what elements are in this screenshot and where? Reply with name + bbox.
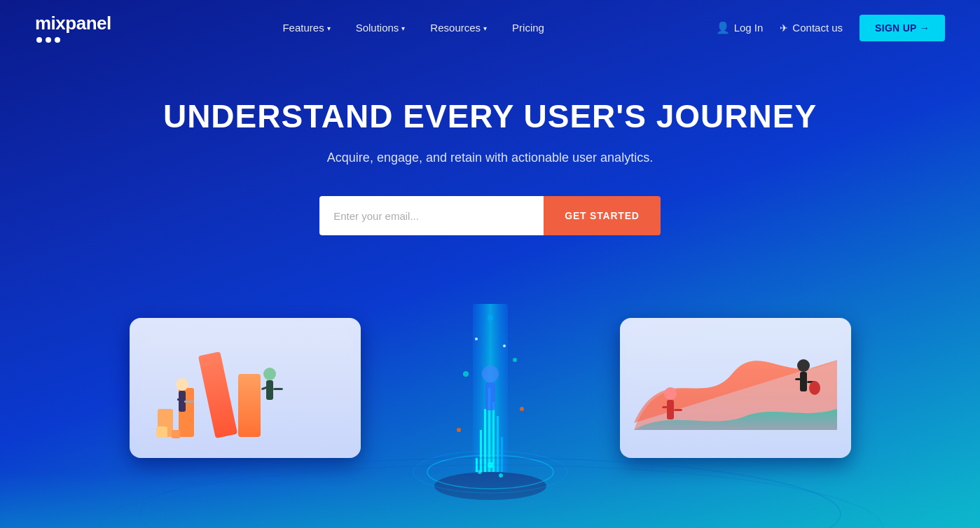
nav-features[interactable]: Features ▾: [282, 22, 330, 34]
svg-point-24: [809, 381, 820, 395]
svg-point-39: [520, 407, 524, 411]
svg-rect-18: [662, 406, 670, 408]
hero-section: UNDERSTAND EVERY USER'S JOURNEY Acquire,…: [0, 55, 980, 235]
contact-button[interactable]: ✈ Contact us: [780, 22, 843, 34]
logo-dot-2: [46, 37, 51, 43]
signup-button[interactable]: SIGN UP →: [860, 15, 945, 41]
logo-dot-3: [55, 37, 60, 43]
logo-text: mixpanel: [35, 13, 111, 34]
svg-rect-34: [497, 416, 499, 472]
hero-title: UNDERSTAND EVERY USER'S JOURNEY: [0, 97, 980, 135]
user-icon: 👤: [716, 21, 730, 34]
get-started-button[interactable]: GET STARTED: [544, 196, 661, 235]
svg-rect-31: [484, 409, 486, 472]
hero-subtitle: Acquire, engage, and retain with actiona…: [0, 151, 980, 165]
chevron-down-icon: ▾: [327, 25, 331, 32]
svg-point-20: [797, 359, 810, 372]
svg-rect-5: [156, 426, 167, 438]
svg-point-7: [176, 378, 188, 391]
logo-dot-1: [36, 37, 42, 43]
svg-rect-30: [480, 430, 482, 472]
svg-rect-9: [177, 398, 183, 401]
svg-rect-17: [667, 400, 674, 419]
svg-point-44: [503, 345, 506, 347]
svg-rect-19: [674, 409, 682, 411]
email-input[interactable]: [319, 196, 544, 235]
svg-point-11: [263, 368, 276, 380]
svg-point-40: [463, 371, 469, 377]
svg-rect-37: [485, 382, 495, 410]
chevron-down-icon: ▾: [483, 25, 487, 32]
svg-rect-12: [266, 380, 273, 400]
nav-solutions[interactable]: Solutions ▾: [356, 22, 406, 34]
bottom-fade: [0, 472, 980, 528]
svg-rect-33: [492, 402, 495, 472]
nav-center: Features ▾ Solutions ▾ Resources ▾ Prici…: [282, 22, 544, 34]
svg-rect-4: [238, 374, 261, 437]
svg-point-36: [482, 366, 499, 382]
svg-rect-22: [795, 378, 803, 380]
svg-point-42: [488, 315, 493, 321]
svg-point-38: [457, 428, 461, 432]
svg-rect-14: [273, 388, 283, 390]
nav-resources[interactable]: Resources ▾: [430, 22, 487, 34]
logo[interactable]: mixpanel: [35, 13, 111, 43]
send-icon: ✈: [780, 22, 788, 34]
svg-rect-35: [501, 437, 503, 472]
svg-point-16: [664, 387, 677, 400]
chevron-down-icon: ▾: [401, 25, 405, 32]
svg-point-41: [513, 358, 517, 362]
svg-rect-21: [800, 372, 807, 391]
nav-pricing[interactable]: Pricing: [512, 22, 544, 34]
svg-point-43: [475, 338, 478, 340]
nav-right: 👤 Log In ✈ Contact us SIGN UP →: [716, 15, 945, 41]
signup-form: GET STARTED: [0, 196, 980, 235]
logo-dots: [35, 37, 60, 43]
navbar: mixpanel Features ▾ Solutions ▾ Resource…: [0, 0, 980, 55]
svg-rect-6: [172, 430, 180, 438]
svg-rect-10: [184, 401, 194, 403]
login-button[interactable]: 👤 Log In: [716, 21, 764, 34]
